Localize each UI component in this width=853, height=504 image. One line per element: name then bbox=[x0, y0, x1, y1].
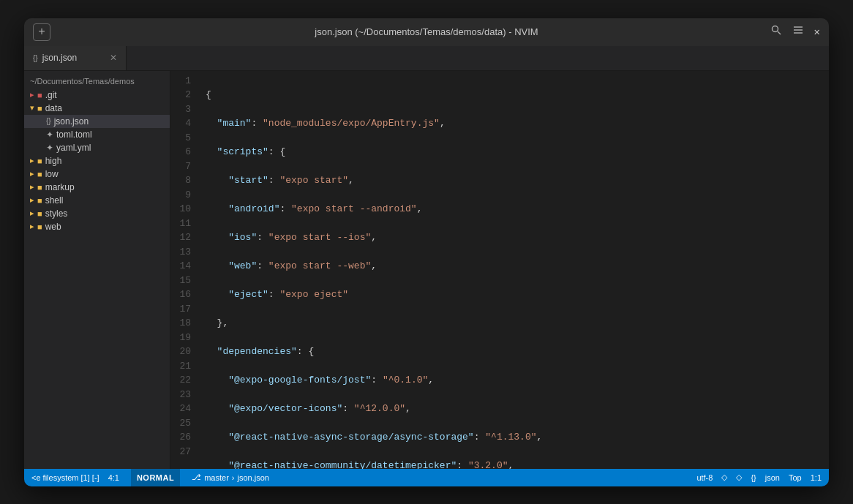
main-area: ~/Documentos/Temas/demos ▸ ■ .git ▾ ■ da… bbox=[24, 71, 829, 469]
styles-folder-label: styles bbox=[45, 208, 68, 219]
sidebar-item-data[interactable]: ▾ ■ data bbox=[24, 102, 170, 115]
titlebar-right: ✕ bbox=[770, 24, 820, 40]
status-file-info: <e filesystem [1] [-] bbox=[31, 473, 99, 482]
code-line-12: "@expo/vector-icons": "^12.0.0", bbox=[200, 402, 829, 416]
git-folder-marker: ■ bbox=[37, 91, 42, 99]
branch-icon: ⎇ bbox=[192, 473, 201, 482]
code-line-8: "eject": "expo eject" bbox=[200, 287, 829, 302]
svg-line-1 bbox=[778, 31, 781, 34]
code-line-4: "start": "expo start", bbox=[200, 173, 829, 188]
tab-label: json.json bbox=[42, 53, 77, 63]
code-line-1: { bbox=[200, 88, 829, 102]
code-line-7: "web": "expo start --web", bbox=[200, 259, 829, 274]
json-file-label: json.json bbox=[54, 116, 89, 127]
tab-file-icon: {} bbox=[33, 54, 38, 62]
line-numbers: 1234567 891011121314 15161718192021 2223… bbox=[170, 71, 200, 469]
code-editor[interactable]: { "main": "node_modules/expo/AppEntry.js… bbox=[200, 71, 829, 469]
code-line-10: "dependencies": { bbox=[200, 345, 829, 359]
sidebar-root-label: ~/Documentos/Temas/demos bbox=[24, 74, 170, 89]
git-folder-label: .git bbox=[45, 90, 57, 100]
high-folder-label: high bbox=[45, 156, 62, 166]
shell-folder-label: shell bbox=[45, 195, 64, 206]
code-line-3: "scripts": { bbox=[200, 145, 829, 159]
status-left: <e filesystem [1] [-] 4:1 bbox=[31, 473, 119, 482]
sidebar-item-json[interactable]: {} json.json bbox=[24, 115, 170, 128]
high-folder-icon: ■ bbox=[37, 157, 42, 165]
data-folder-chevron: ▾ bbox=[30, 103, 34, 113]
close-icon[interactable]: ✕ bbox=[814, 26, 820, 38]
status-git-icon: ◇ bbox=[721, 473, 727, 482]
data-folder-label: data bbox=[45, 103, 62, 113]
search-icon[interactable] bbox=[770, 24, 782, 40]
code-line-5: "android": "expo start --android", bbox=[200, 202, 829, 217]
sidebar-item-high[interactable]: ▸ ■ high bbox=[24, 154, 170, 168]
toml-file-label: toml.toml bbox=[56, 129, 92, 140]
sidebar-item-toml[interactable]: ✦ toml.toml bbox=[24, 128, 170, 141]
status-right: utf-8 ◇ ◇ {} json Top 1:1 bbox=[696, 473, 822, 482]
svg-point-0 bbox=[772, 26, 778, 32]
shell-folder-icon: ■ bbox=[37, 196, 42, 205]
status-branch: ⎇ master › json.json bbox=[192, 473, 269, 482]
titlebar-left: + bbox=[33, 23, 50, 41]
markup-folder-chevron: ▸ bbox=[30, 182, 34, 192]
code-line-14: "@react-native-community/datetimepicker"… bbox=[200, 459, 829, 469]
sidebar-item-styles[interactable]: ▸ ■ styles bbox=[24, 207, 170, 220]
status-position: 1:1 bbox=[811, 473, 822, 482]
low-folder-label: low bbox=[45, 169, 59, 179]
low-folder-chevron: ▸ bbox=[30, 169, 34, 178]
markup-folder-label: markup bbox=[45, 182, 75, 192]
tab-close-button[interactable]: ✕ bbox=[110, 53, 117, 63]
sidebar-item-yaml[interactable]: ✦ yaml.yml bbox=[24, 141, 170, 154]
sidebar: ~/Documentos/Temas/demos ▸ ■ .git ▾ ■ da… bbox=[24, 71, 170, 469]
status-scroll: Top bbox=[789, 473, 802, 482]
json-file-icon: {} bbox=[46, 117, 51, 125]
sidebar-item-markup[interactable]: ▸ ■ markup bbox=[24, 181, 170, 194]
yaml-file-icon: ✦ bbox=[46, 143, 53, 153]
status-delta-icon: ◇ bbox=[736, 473, 742, 482]
branch-name: master bbox=[204, 473, 229, 482]
code-container[interactable]: 1234567 891011121314 15161718192021 2223… bbox=[170, 71, 829, 469]
data-folder-icon: ■ bbox=[37, 104, 42, 113]
new-tab-button[interactable]: + bbox=[33, 23, 50, 41]
status-bar: <e filesystem [1] [-] 4:1 NORMAL ⎇ maste… bbox=[24, 469, 829, 486]
status-cursor: 4:1 bbox=[108, 473, 119, 482]
sidebar-item-low[interactable]: ▸ ■ low bbox=[24, 168, 170, 181]
current-file: json.json bbox=[238, 473, 269, 482]
sidebar-item-shell[interactable]: ▸ ■ shell bbox=[24, 194, 170, 207]
web-folder-label: web bbox=[45, 222, 61, 232]
sidebar-item-git[interactable]: ▸ ■ .git bbox=[24, 89, 170, 102]
sidebar-item-web[interactable]: ▸ ■ web bbox=[24, 220, 170, 233]
toml-file-icon: ✦ bbox=[46, 129, 53, 140]
editor-area: 1234567 891011121314 15161718192021 2223… bbox=[170, 71, 829, 469]
status-filetype: json bbox=[765, 473, 780, 482]
git-folder-icon: ▸ bbox=[30, 90, 34, 99]
titlebar: + json.json (~/Documentos/Temas/demos/da… bbox=[24, 18, 829, 46]
web-folder-chevron: ▸ bbox=[30, 222, 34, 231]
yaml-file-label: yaml.yml bbox=[56, 143, 91, 153]
tab-json[interactable]: {} json.json ✕ bbox=[24, 46, 127, 70]
status-mode: NORMAL bbox=[131, 469, 180, 486]
main-window: + json.json (~/Documentos/Temas/demos/da… bbox=[24, 18, 829, 486]
high-folder-chevron: ▸ bbox=[30, 156, 34, 165]
code-line-6: "ios": "expo start --ios", bbox=[200, 230, 829, 245]
web-folder-icon: ■ bbox=[37, 222, 42, 231]
tabs-bar: {} json.json ✕ bbox=[24, 46, 829, 71]
status-encoding: utf-8 bbox=[696, 473, 713, 482]
code-line-13: "@react-native-async-storage/async-stora… bbox=[200, 430, 829, 445]
shell-folder-chevron: ▸ bbox=[30, 195, 34, 205]
code-line-11: "@expo-google-fonts/jost": "^0.1.0", bbox=[200, 373, 829, 388]
code-line-9: }, bbox=[200, 316, 829, 331]
styles-folder-icon: ■ bbox=[37, 209, 42, 218]
branch-arrow: › bbox=[232, 473, 235, 482]
status-braces-icon: {} bbox=[751, 473, 756, 482]
menu-icon[interactable] bbox=[792, 24, 804, 40]
styles-folder-chevron: ▸ bbox=[30, 208, 34, 218]
code-line-2: "main": "node_modules/expo/AppEntry.js", bbox=[200, 116, 829, 131]
markup-folder-icon: ■ bbox=[37, 183, 42, 192]
window-title: json.json (~/Documentos/Temas/demos/data… bbox=[315, 26, 538, 37]
low-folder-icon: ■ bbox=[37, 170, 42, 178]
